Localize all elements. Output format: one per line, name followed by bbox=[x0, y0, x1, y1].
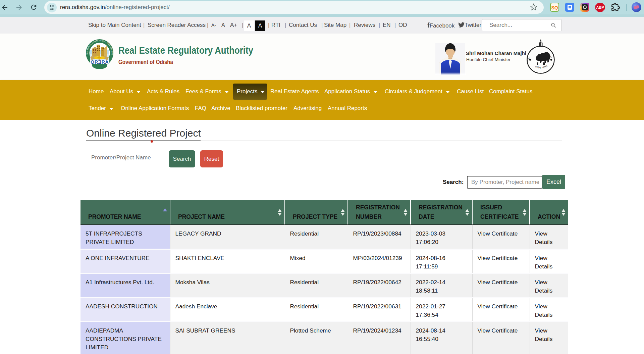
svg-text:ওডিশা শাসন: ওডিশা শাসন bbox=[534, 64, 548, 70]
svg-text:ORƎRA: ORƎRA bbox=[91, 59, 109, 65]
